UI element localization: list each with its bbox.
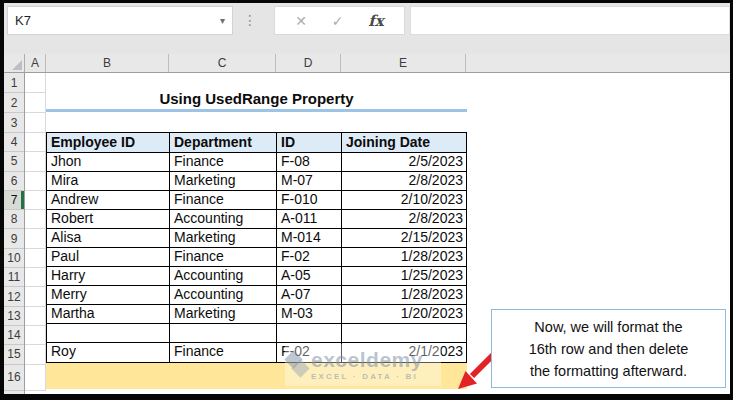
grid-cell[interactable] [25,191,45,210]
cancel-icon[interactable]: ✕ [295,13,307,29]
row-header[interactable]: 16 [4,365,24,391]
grid-cell[interactable] [25,307,45,326]
cell-employee-id[interactable]: Martha [47,305,170,323]
row-header[interactable]: 14 [4,326,24,345]
excel-window: K7 ▾ ⋮ ✕ ✓ fx ABCDE 12345678910111213141… [0,0,733,400]
column-headers: ABCDE [25,54,466,72]
grid-cell[interactable] [25,133,45,152]
select-all-triangle-icon [12,60,22,70]
exceldemy-logo-icon [285,349,311,381]
row-header[interactable]: 9 [4,229,24,248]
name-box-dropdown-icon[interactable]: ▾ [220,15,225,26]
row-header[interactable]: 13 [4,307,24,326]
row-header[interactable]: 2 [4,93,24,113]
table-header-cell[interactable]: Department [170,133,277,152]
cell-employee-id[interactable]: Merry [47,286,170,304]
cell-employee-id[interactable] [47,324,170,342]
grid-cell[interactable] [25,73,45,93]
cell-id[interactable]: A-07 [277,286,342,304]
cell-employee-id[interactable]: Alisa [47,229,170,247]
row-header[interactable]: 12 [4,287,24,306]
callout-line-1: Now, we will format the [534,316,682,338]
column-header[interactable]: A [25,54,46,72]
grid-cell[interactable] [25,268,45,287]
row-header[interactable]: 7 [4,191,24,210]
grid-cell[interactable] [25,249,45,268]
row-header[interactable]: 10 [4,249,24,268]
cell-id[interactable]: F-010 [277,191,342,209]
row-header[interactable]: 1 [4,73,24,93]
cell-employee-id[interactable]: Roy [47,343,170,362]
cell-joining-date[interactable]: 1/20/2023 [342,305,466,323]
cell-department[interactable]: Finance [170,343,277,362]
cell-department[interactable]: Accounting [170,267,277,285]
column-header[interactable]: E [341,54,466,72]
row-header[interactable]: 4 [4,133,24,152]
cell-joining-date[interactable]: 2/10/2023 [342,191,466,209]
cell-employee-id[interactable]: Mira [47,172,170,190]
cell-department[interactable]: Marketing [170,305,277,323]
row-header[interactable]: 11 [4,268,24,287]
cell-joining-date[interactable]: 2/8/2023 [342,210,466,228]
formula-input[interactable] [410,6,730,35]
cell-department[interactable]: Finance [170,153,277,171]
cell-department[interactable]: Finance [170,191,277,209]
row-header[interactable]: 8 [4,210,24,229]
grid-cell[interactable] [25,345,45,364]
grid-cell[interactable] [25,152,45,171]
cell-department[interactable]: Finance [170,248,277,266]
cell-id[interactable]: A-011 [277,210,342,228]
column-header[interactable]: B [46,54,169,72]
grid-cell[interactable] [25,172,45,191]
cell-employee-id[interactable]: Andrew [47,191,170,209]
grid-cell[interactable] [25,229,45,248]
cell-joining-date[interactable]: 2/15/2023 [342,229,466,247]
cell-id[interactable]: M-07 [277,172,342,190]
cell-employee-id[interactable]: Jhon [47,153,170,171]
grid-cell[interactable] [25,93,45,113]
name-box[interactable]: K7 ▾ [7,6,233,35]
cell-id[interactable]: F-08 [277,153,342,171]
grid-cell[interactable] [25,287,45,306]
table-header-cell[interactable]: Employee ID [47,133,170,152]
cell-department[interactable]: Marketing [170,172,277,190]
select-all-button[interactable] [4,54,25,72]
cell-id[interactable]: A-05 [277,267,342,285]
grid-cell[interactable] [25,326,45,345]
cell-joining-date[interactable]: 2/8/2023 [342,172,466,190]
row-header[interactable]: 3 [4,113,24,133]
callout-box[interactable]: Now, we will format the 16th row and the… [491,309,726,388]
table-row: Merry Accounting A-07 1/28/2023 [47,286,466,305]
cell-employee-id[interactable]: Robert [47,210,170,228]
grid-cell[interactable] [25,365,45,391]
row-header[interactable]: 6 [4,172,24,191]
column-header[interactable]: C [169,54,276,72]
row-header[interactable]: 15 [4,345,24,364]
cell-joining-date[interactable]: 1/25/2023 [342,267,466,285]
sheet-title-cell[interactable]: Using UsedRange Property [46,89,467,109]
table-header-cell[interactable]: Joining Date [342,133,466,152]
column-header[interactable]: D [276,54,341,72]
table-header-cell[interactable]: ID [277,133,342,152]
formula-bar-strip: K7 ▾ ⋮ ✕ ✓ fx [4,3,730,54]
cell-department[interactable]: Accounting [170,210,277,228]
cell-joining-date[interactable]: 1/28/2023 [342,286,466,304]
cell-joining-date[interactable] [342,324,466,342]
grid-cell[interactable] [25,210,45,229]
enter-icon[interactable]: ✓ [332,13,344,29]
insert-function-icon[interactable]: fx [368,12,383,30]
cell-department[interactable]: Accounting [170,286,277,304]
cell-id[interactable] [277,324,342,342]
employee-table: Employee IDDepartmentIDJoining Date Jhon… [46,132,467,363]
cell-department[interactable]: Marketing [170,229,277,247]
cell-id[interactable]: M-014 [277,229,342,247]
grid-cell[interactable] [25,113,45,133]
cell-employee-id[interactable]: Paul [47,248,170,266]
cell-employee-id[interactable]: Harry [47,267,170,285]
cell-id[interactable]: F-02 [277,248,342,266]
cell-id[interactable]: M-03 [277,305,342,323]
cell-department[interactable] [170,324,277,342]
cell-joining-date[interactable]: 1/28/2023 [342,248,466,266]
row-header[interactable]: 5 [4,152,24,171]
cell-joining-date[interactable]: 2/5/2023 [342,153,466,171]
